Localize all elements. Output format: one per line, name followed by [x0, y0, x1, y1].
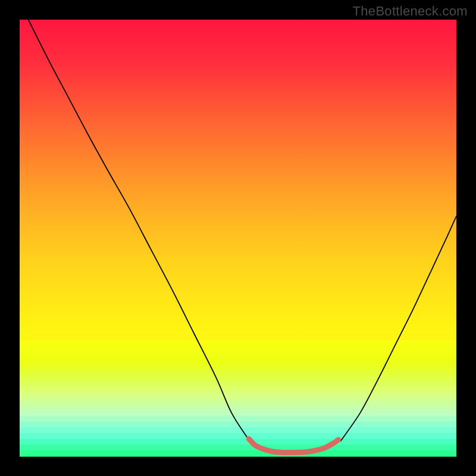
svg-rect-8 [20, 375, 456, 381]
svg-rect-5 [20, 358, 456, 364]
svg-rect-17 [20, 427, 456, 433]
svg-rect-14 [20, 410, 456, 416]
svg-rect-13 [20, 404, 456, 410]
watermark-text: TheBottleneck.com [353, 4, 468, 19]
svg-rect-2 [20, 340, 456, 346]
svg-rect-10 [20, 387, 456, 393]
bottleneck-chart [0, 0, 476, 476]
svg-rect-19 [20, 439, 456, 445]
svg-rect-18 [20, 433, 456, 439]
svg-rect-6 [20, 364, 456, 369]
svg-rect-11 [20, 393, 456, 399]
svg-rect-15 [20, 416, 456, 422]
svg-rect-7 [20, 369, 456, 375]
chart-frame: TheBottleneck.com [0, 0, 476, 476]
svg-rect-12 [20, 398, 456, 404]
svg-rect-3 [20, 346, 456, 352]
svg-rect-21 [20, 450, 456, 456]
svg-rect-20 [20, 444, 456, 450]
svg-rect-9 [20, 381, 456, 387]
